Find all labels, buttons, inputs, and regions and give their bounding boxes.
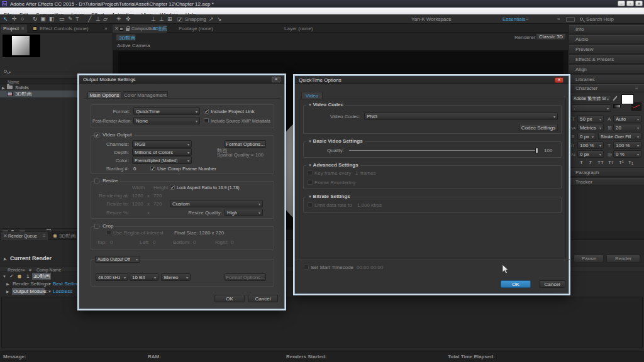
font-family-dropdown[interactable]: Adobe 繁黑體 Std▾ <box>571 95 611 102</box>
workspace-menu-icon[interactable]: ≡ <box>526 16 529 23</box>
quality-slider-handle[interactable] <box>535 148 538 153</box>
format-options-button[interactable]: Format Options... <box>225 140 266 148</box>
zoom-tool-icon[interactable]: ○ <box>21 16 24 23</box>
limit-data-rate-checkbox[interactable] <box>308 202 313 207</box>
faux-italic-toggle[interactable]: T <box>589 160 592 166</box>
panel-info[interactable]: Info <box>569 25 644 33</box>
crop-top-value[interactable]: 0 <box>110 239 113 246</box>
use-comp-frame-checkbox[interactable]: ✓ <box>150 166 155 171</box>
panel-preview[interactable]: Preview <box>569 45 644 53</box>
panel-tracker[interactable]: Tracker <box>569 178 644 186</box>
tab-overflow-icon[interactable]: » <box>104 26 107 32</box>
tab-render-queue[interactable]: ✕ Render Queue ≡ <box>1 232 48 240</box>
type-tool-icon[interactable]: T <box>75 16 79 23</box>
tab-rq-comp[interactable]: 3D動画 <box>59 233 75 239</box>
format-dropdown[interactable]: QuickTime▾ <box>133 107 200 115</box>
tracking-dropdown[interactable]: 20▾ <box>613 124 641 131</box>
graph-icon[interactable]: ↗ <box>209 16 214 23</box>
oms-title-bar[interactable]: Output Module Settings <box>79 75 284 84</box>
close-button[interactable]: ✕ <box>635 1 643 6</box>
renderer-button[interactable]: Classic 3D <box>536 33 566 40</box>
video-output-checkbox[interactable]: ✓ <box>94 133 99 138</box>
bit-depth-dropdown[interactable]: 16 Bit▾ <box>130 273 158 281</box>
quality-slider-track[interactable] <box>349 150 538 151</box>
gradient-swatch[interactable] <box>613 104 621 108</box>
qt-close-button[interactable]: ✕ <box>555 77 564 83</box>
roto-brush-tool-icon[interactable]: ✳ <box>116 16 121 23</box>
vertical-scale-dropdown[interactable]: 100 %▾ <box>577 141 604 149</box>
post-render-dropdown[interactable]: None▾ <box>133 117 200 124</box>
eraser-tool-icon[interactable]: ▱ <box>103 16 108 23</box>
oms-close-button[interactable]: ✕ <box>272 77 280 82</box>
quality-value[interactable]: 100 <box>544 148 552 154</box>
basic-settings-section-header[interactable]: ▼ Basic Video Settings <box>306 138 365 145</box>
tsume-dropdown[interactable]: 0 %▾ <box>613 150 641 158</box>
resize-width[interactable]: 1280 <box>132 201 143 207</box>
channels-audio-dropdown[interactable]: Stereo▾ <box>161 273 191 281</box>
stroke-mode-dropdown[interactable]: Stroke Over Fill▾ <box>598 133 641 140</box>
qt-title-bar[interactable]: QuickTime Options <box>295 76 569 84</box>
shape-tool-icon[interactable]: ▭ <box>59 16 65 23</box>
twirl-icon[interactable]: ▶ <box>4 256 7 261</box>
bitrate-settings-section-header[interactable]: ▼ Bitrate Settings <box>306 194 352 200</box>
crop-right-value[interactable]: 0 <box>231 239 233 246</box>
tab-close-icon[interactable]: ✕ <box>3 233 8 239</box>
video-codec-dropdown[interactable]: PNG▾ <box>364 112 558 120</box>
panel-character[interactable]: Character ≡ <box>569 84 644 92</box>
oms-cancel-button[interactable]: Cancel <box>248 295 278 302</box>
tab-close-icon[interactable]: ✕ <box>114 26 119 32</box>
clone-stamp-tool-icon[interactable]: ⊥ <box>96 16 101 23</box>
chevron-down-icon[interactable]: ▼ <box>48 289 52 294</box>
channels-dropdown[interactable]: RGB▾ <box>132 140 192 148</box>
panel-menu-icon[interactable]: ≡ <box>21 26 25 32</box>
crop-checkbox[interactable] <box>94 224 99 229</box>
snapping-checkbox[interactable]: ✓ <box>177 17 182 22</box>
include-project-link-checkbox[interactable]: ✓ <box>204 109 209 114</box>
font-size-dropdown[interactable]: 50 px▾ <box>577 115 604 123</box>
camera-tool-icon[interactable]: ▣ <box>40 16 46 23</box>
panel-menu-icon[interactable]: ≡ <box>162 26 165 32</box>
row-label-swatch[interactable] <box>17 274 22 279</box>
color-dropdown[interactable]: Premultiplied (Matted)▾ <box>132 156 192 164</box>
faux-bold-toggle[interactable]: T <box>580 160 583 166</box>
restore-button[interactable]: ▫ <box>626 1 634 6</box>
resize-preset-dropdown[interactable]: Custom▾ <box>170 200 263 207</box>
crop-bottom-value[interactable]: 0 <box>193 239 196 246</box>
keyframe-checkbox[interactable] <box>308 170 313 175</box>
depth-dropdown[interactable]: Millions of Colors▾ <box>132 148 192 156</box>
pan-behind-tool-icon[interactable]: ◧ <box>49 16 55 23</box>
panel-audio[interactable]: Audio <box>569 35 644 43</box>
lock-aspect-checkbox[interactable]: ✓ <box>170 185 175 190</box>
panel-paragraph[interactable]: Paragraph <box>569 168 644 177</box>
pen-tool-icon[interactable]: ✎ <box>68 16 73 23</box>
keyframe-value[interactable]: 1 <box>355 170 358 177</box>
crop-left-value[interactable]: 0 <box>153 239 155 246</box>
current-render-header[interactable]: Current Render <box>10 255 52 261</box>
tab-effect-controls[interactable]: Effect Controls (none) <box>40 26 89 32</box>
world-axis-mode-icon[interactable]: ⊥ <box>159 16 164 23</box>
line-tool-icon[interactable]: ╱ <box>88 16 91 23</box>
audio-output-dropdown[interactable]: Audio Output Off▾ <box>95 256 140 263</box>
include-xmp-checkbox[interactable] <box>204 118 209 123</box>
render-checkbox[interactable]: ✓ <box>9 273 14 280</box>
sample-rate-dropdown[interactable]: 48.000 kHz▾ <box>96 273 128 281</box>
sync-settings-icon[interactable] <box>566 17 575 22</box>
view-axis-mode-icon[interactable]: ⊞ <box>167 16 172 23</box>
row-comp-name[interactable]: 3D動画 <box>32 273 51 280</box>
set-start-timecode-checkbox[interactable] <box>304 265 309 270</box>
video-codec-section-header[interactable]: ▼ Video Codec <box>306 102 345 108</box>
tab-layer[interactable]: Layer (none) <box>284 26 313 32</box>
tab-composition[interactable]: ✕ Composition 3D動画 ≡ <box>113 25 167 33</box>
panel-align[interactable]: Align <box>569 65 644 74</box>
starting-number-value[interactable]: 0 <box>133 166 136 172</box>
twirl-icon[interactable]: ▶ <box>2 85 5 90</box>
resize-checkbox[interactable] <box>94 178 99 184</box>
panel-menu-icon[interactable]: ≡ <box>635 85 638 92</box>
selection-tool-icon[interactable]: ↖ <box>3 16 8 23</box>
font-style-dropdown[interactable]: -▾ <box>571 104 611 112</box>
orbit-camera-tool-icon[interactable]: ↻ <box>33 16 38 23</box>
subscript-toggle[interactable]: T₁ <box>628 160 633 166</box>
search-help-input[interactable]: Search Help <box>586 16 614 23</box>
panel-libraries[interactable]: Libraries <box>569 75 644 84</box>
timecode-value[interactable]: 00:00:00:00 <box>357 265 383 271</box>
